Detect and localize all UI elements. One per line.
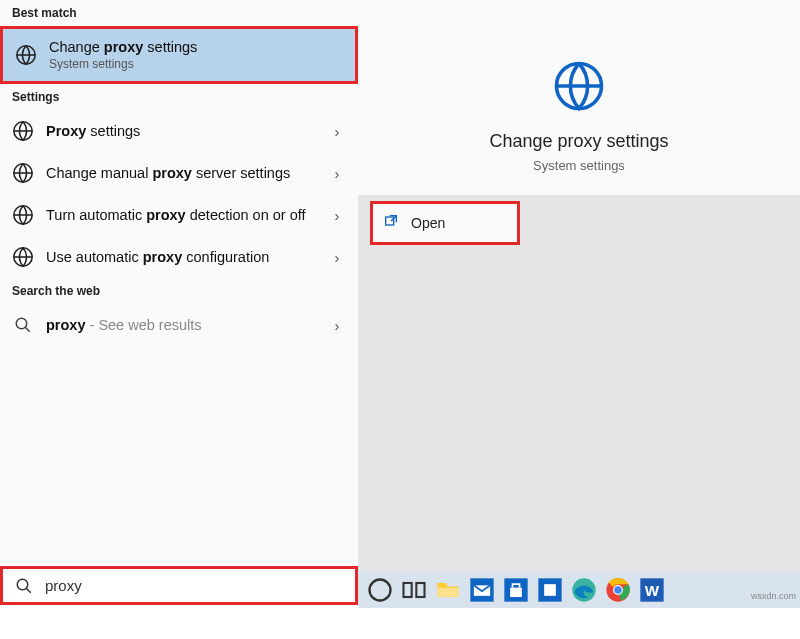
detail-subtitle: System settings (533, 158, 625, 173)
best-match-title: Change proxy settings (49, 39, 197, 55)
svg-rect-16 (544, 584, 556, 596)
chevron-right-icon: › (328, 249, 346, 266)
best-match-subtitle: System settings (49, 57, 197, 71)
open-button[interactable]: Open (373, 204, 517, 242)
search-web-header: Search the web (0, 278, 358, 304)
chevron-right-icon: › (328, 123, 346, 140)
chevron-right-icon: › (328, 165, 346, 182)
svg-point-5 (16, 318, 27, 329)
edge-icon[interactable] (570, 576, 598, 604)
word-icon[interactable]: W (638, 576, 666, 604)
task-view-icon[interactable] (400, 576, 428, 604)
open-highlight: Open (370, 201, 520, 245)
result-change-manual-proxy[interactable]: Change manual proxy server settings › (0, 152, 358, 194)
search-results-panel: Best match Change proxy settings System … (0, 0, 358, 590)
globe-icon (552, 59, 606, 117)
open-label: Open (411, 215, 445, 231)
search-icon (12, 314, 34, 336)
chrome-icon[interactable] (604, 576, 632, 604)
detail-title: Change proxy settings (489, 131, 668, 152)
result-label: Change manual proxy server settings (46, 165, 316, 181)
taskbar: W (358, 572, 800, 608)
globe-icon (12, 246, 34, 268)
open-icon (383, 213, 399, 233)
store-icon[interactable] (502, 576, 530, 604)
best-match-result[interactable]: Change proxy settings System settings (3, 29, 355, 81)
file-explorer-icon[interactable] (434, 576, 462, 604)
detail-panel: Change proxy settings System settings Op… (358, 0, 800, 590)
detail-actions: Open (358, 195, 800, 251)
chevron-right-icon: › (328, 207, 346, 224)
cortana-icon[interactable] (366, 576, 394, 604)
globe-icon (15, 44, 37, 66)
result-label: Use automatic proxy configuration (46, 249, 316, 265)
best-match-header: Best match (0, 0, 358, 26)
result-turn-auto-proxy-detection[interactable]: Turn automatic proxy detection on or off… (0, 194, 358, 236)
watermark: wsxdn.com (751, 591, 796, 601)
svg-point-9 (370, 580, 391, 601)
search-bar[interactable] (0, 566, 358, 605)
svg-rect-10 (404, 583, 412, 597)
result-web-proxy[interactable]: proxy - See web results › (0, 304, 358, 346)
settings-header: Settings (0, 84, 358, 110)
mail-icon[interactable] (468, 576, 496, 604)
search-icon (13, 575, 35, 597)
result-proxy-settings[interactable]: Proxy settings › (0, 110, 358, 152)
result-use-auto-proxy-config[interactable]: Use automatic proxy configuration › (0, 236, 358, 278)
result-label: proxy - See web results (46, 317, 316, 333)
detail-header: Change proxy settings System settings (358, 0, 800, 195)
globe-icon (12, 120, 34, 142)
svg-rect-11 (416, 583, 424, 597)
result-label: Turn automatic proxy detection on or off (46, 206, 316, 225)
globe-icon (12, 162, 34, 184)
svg-rect-7 (386, 217, 394, 225)
svg-text:W: W (645, 582, 660, 599)
globe-icon (12, 204, 34, 226)
best-match-highlight: Change proxy settings System settings (0, 26, 358, 84)
chevron-right-icon: › (328, 317, 346, 334)
result-label: Proxy settings (46, 123, 316, 139)
svg-point-20 (614, 586, 621, 593)
svg-point-8 (17, 579, 28, 590)
app-icon[interactable] (536, 576, 564, 604)
svg-rect-12 (438, 588, 459, 597)
search-input[interactable] (45, 577, 345, 594)
